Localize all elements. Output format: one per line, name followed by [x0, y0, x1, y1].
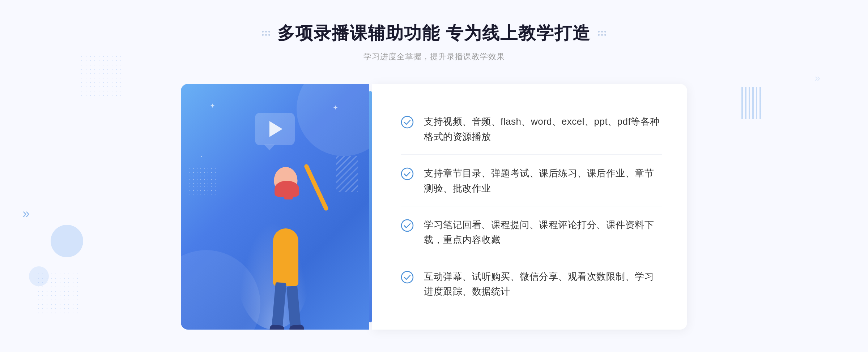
main-title: 多项录播课辅助功能 专为线上教学打造	[277, 22, 590, 45]
feature-item-2: 支持章节目录、弹题考试、课后练习、课后作业、章节测验、批改作业	[401, 156, 662, 206]
header-section: 多项录播课辅助功能 专为线上教学打造 学习进度全掌握，提升录播课教学效果	[262, 22, 606, 62]
figure-arm	[303, 164, 329, 211]
blue-bar-divider	[369, 91, 372, 322]
feature-text-2: 支持章节目录、弹题考试、课后练习、课后作业、章节测验、批改作业	[424, 166, 662, 196]
header-deco-right	[598, 31, 606, 36]
feature-item-4: 互动弹幕、试听购买、微信分享、观看次数限制、学习进度跟踪、数据统计	[401, 259, 662, 309]
illus-dots	[188, 167, 217, 196]
deco-chevrons-right: »	[814, 72, 817, 84]
svg-point-1	[401, 168, 413, 180]
figure-body	[273, 228, 298, 286]
figure-leg-right	[286, 286, 301, 330]
deco-chevrons-left: »	[22, 206, 27, 221]
sparkle-2: ✦	[333, 104, 338, 112]
feature-item-1: 支持视频、音频、flash、word、excel、ppt、pdf等各种格式的资源…	[401, 104, 662, 155]
figure-leg-left	[272, 282, 286, 330]
figure-illustration	[231, 149, 340, 330]
check-icon-1	[401, 116, 414, 129]
feature-text-1: 支持视频、音频、flash、word、excel、ppt、pdf等各种格式的资源…	[424, 114, 662, 144]
deco-circle-2	[29, 266, 49, 286]
illustration-area: ✦ ✦ ·	[181, 84, 369, 330]
header-title-wrapper: 多项录播课辅助功能 专为线上教学打造	[262, 22, 606, 45]
dots-decoration-top-left	[80, 54, 123, 98]
header-deco-left	[262, 31, 270, 36]
play-icon	[269, 121, 282, 137]
subtitle: 学习进度全掌握，提升录播课教学效果	[262, 51, 606, 62]
check-icon-3	[401, 219, 414, 232]
figure-head	[274, 167, 298, 194]
page-container: » » 多项录播课辅助功能 专为线上教学打造 学习进度全掌握，提升录播课教学效果	[0, 0, 868, 352]
figure-shoe-left	[269, 325, 285, 330]
feature-item-3: 学习笔记回看、课程提问、课程评论打分、课件资料下载，重点内容收藏	[401, 207, 662, 258]
figure-hair	[275, 181, 299, 197]
sparkle-3: ·	[201, 153, 203, 160]
play-bubble	[255, 113, 295, 145]
features-card: 支持视频、音频、flash、word、excel、ppt、pdf等各种格式的资源…	[372, 84, 687, 330]
deco-circle-1	[51, 225, 83, 257]
check-icon-2	[401, 167, 414, 180]
feature-text-4: 互动弹幕、试听购买、微信分享、观看次数限制、学习进度跟踪、数据统计	[424, 269, 662, 299]
figure-shoe-right	[289, 325, 304, 330]
feature-text-3: 学习笔记回看、课程提问、课程评论打分、课件资料下载，重点内容收藏	[424, 218, 662, 248]
svg-point-3	[401, 271, 413, 283]
deco-stripes	[741, 87, 763, 119]
content-wrapper: ✦ ✦ ·	[181, 84, 687, 330]
sparkle-1: ✦	[210, 102, 215, 110]
svg-point-2	[401, 220, 413, 231]
svg-point-0	[401, 116, 413, 128]
check-icon-4	[401, 271, 414, 284]
